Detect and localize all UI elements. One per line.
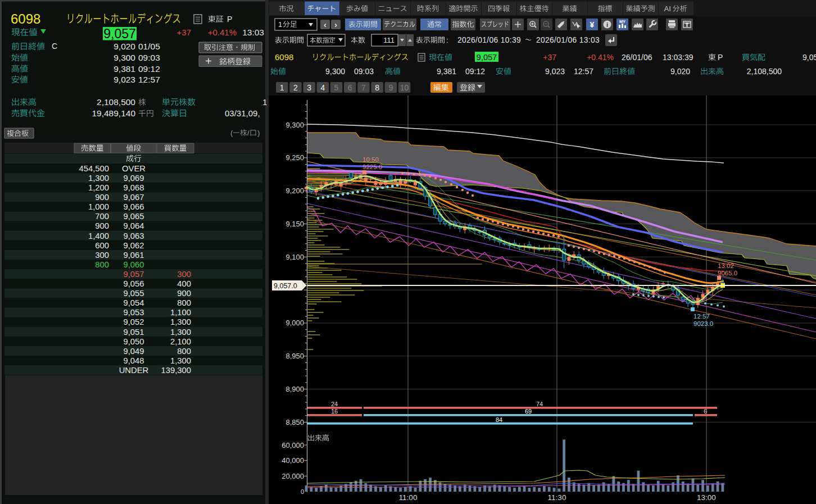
svg-text:9,052: 9,052	[123, 317, 144, 326]
svg-text:6098: 6098	[275, 52, 293, 62]
svg-text:9,060: 9,060	[123, 260, 144, 269]
svg-text:74: 74	[536, 401, 543, 407]
svg-text:(: (	[230, 129, 233, 137]
svg-text:9,300: 9,300	[114, 53, 135, 62]
svg-text:9,100: 9,100	[285, 253, 304, 261]
svg-text:11:30: 11:30	[548, 493, 566, 502]
svg-text:40,000: 40,000	[282, 456, 304, 465]
svg-text:10:50: 10:50	[362, 156, 379, 163]
svg-text:5: 5	[334, 83, 339, 92]
svg-text:9,020: 9,020	[114, 42, 135, 51]
svg-text:9,062: 9,062	[123, 241, 144, 250]
svg-text:9065.0: 9065.0	[718, 270, 737, 276]
svg-text:): )	[257, 129, 260, 137]
svg-text:1: 1	[262, 97, 267, 107]
svg-text:2,108,500: 2,108,500	[747, 67, 782, 76]
svg-text:8: 8	[375, 83, 379, 92]
svg-text:10: 10	[400, 83, 409, 92]
svg-text:9,05: 9,05	[803, 53, 816, 62]
svg-text:9,250: 9,250	[285, 153, 304, 162]
svg-text:26/01/06: 26/01/06	[622, 53, 652, 62]
svg-text:24: 24	[331, 401, 338, 407]
svg-text:1,300: 1,300	[170, 328, 191, 337]
svg-text:900: 900	[177, 289, 191, 298]
svg-text:9,051: 9,051	[123, 328, 144, 337]
svg-text:111: 111	[383, 36, 395, 44]
svg-text:9,200: 9,200	[285, 187, 304, 195]
svg-text:6098: 6098	[11, 11, 40, 26]
svg-text:01/05: 01/05	[138, 42, 160, 51]
svg-text:12:57: 12:57	[574, 67, 593, 76]
svg-text:09:12: 09:12	[465, 67, 485, 76]
svg-text:9,057: 9,057	[123, 270, 144, 279]
svg-text:C: C	[52, 42, 57, 51]
svg-text:600: 600	[95, 241, 109, 250]
svg-text:9,020: 9,020	[670, 67, 690, 76]
svg-text:9,056: 9,056	[123, 279, 144, 288]
svg-text:09:12: 09:12	[138, 64, 160, 74]
svg-text:9: 9	[388, 83, 393, 92]
svg-text::: :	[446, 36, 448, 44]
svg-text:2: 2	[293, 83, 298, 92]
svg-text:300: 300	[95, 251, 109, 260]
svg-text:9,381: 9,381	[114, 64, 135, 74]
svg-text:9,381: 9,381	[437, 67, 456, 76]
svg-text:P: P	[227, 15, 232, 24]
svg-text:9,048: 9,048	[123, 356, 144, 365]
svg-text:1: 1	[278, 20, 282, 29]
svg-text:03/31,09,: 03/31,09,	[225, 108, 260, 118]
svg-text:700: 700	[95, 212, 109, 221]
svg-text:+0.41%: +0.41%	[208, 28, 237, 37]
svg-text:9,069: 9,069	[123, 174, 144, 183]
svg-text:9,050: 9,050	[123, 337, 144, 346]
svg-text:8,900: 8,900	[285, 385, 304, 393]
svg-text:+37: +37	[177, 28, 191, 37]
svg-text:9,054: 9,054	[123, 298, 144, 307]
svg-text:60,000: 60,000	[282, 441, 304, 449]
svg-text:9,023: 9,023	[545, 67, 565, 76]
svg-text:9,049: 9,049	[123, 347, 144, 356]
svg-text:9,023: 9,023	[114, 75, 135, 84]
svg-text:16: 16	[331, 408, 338, 415]
svg-text:9,063: 9,063	[123, 231, 144, 240]
svg-text:900: 900	[95, 193, 109, 202]
svg-text:13:03:39: 13:03:39	[663, 53, 693, 62]
svg-text:¥: ¥	[590, 20, 595, 29]
svg-text:9,053: 9,053	[123, 308, 144, 317]
svg-text:‹: ‹	[324, 20, 327, 29]
svg-text:9,057: 9,057	[103, 26, 136, 41]
svg-text:P: P	[718, 53, 723, 62]
svg-text:1,400: 1,400	[88, 231, 109, 240]
svg-text:2026/01/06 13:03: 2026/01/06 13:03	[536, 36, 600, 44]
svg-text:6: 6	[704, 408, 707, 415]
svg-text:09:03: 09:03	[138, 53, 160, 62]
svg-text:9,066: 9,066	[123, 202, 144, 211]
svg-text:3: 3	[307, 83, 311, 92]
svg-text:9,300: 9,300	[325, 67, 345, 76]
svg-text:9,061: 9,061	[123, 251, 144, 260]
svg-text:8,850: 8,850	[285, 418, 304, 426]
svg-text:19,489,140: 19,489,140	[92, 108, 135, 118]
svg-text:/: /	[247, 129, 250, 137]
svg-text:800: 800	[177, 298, 191, 307]
svg-text:2,108,500: 2,108,500	[97, 97, 135, 107]
svg-text:UNDER: UNDER	[119, 366, 149, 375]
svg-text:09:03: 09:03	[354, 67, 374, 76]
svg-text:OVER: OVER	[122, 164, 146, 173]
svg-text:9,055: 9,055	[123, 289, 144, 298]
svg-text:i: i	[606, 21, 608, 28]
svg-text:4: 4	[320, 83, 325, 92]
svg-text:2026/01/06 10:39: 2026/01/06 10:39	[457, 36, 521, 44]
svg-text:0: 0	[301, 488, 304, 495]
svg-text:+37: +37	[543, 53, 556, 62]
svg-text:800: 800	[177, 347, 191, 356]
svg-text:300: 300	[177, 270, 191, 279]
svg-text:9,068: 9,068	[123, 183, 144, 192]
svg-text:9225.0: 9225.0	[362, 164, 382, 170]
svg-text:1: 1	[280, 83, 284, 92]
svg-text:69: 69	[525, 408, 532, 415]
svg-text:1,300: 1,300	[88, 174, 109, 183]
svg-text:454,500: 454,500	[79, 164, 110, 173]
svg-text:2,100: 2,100	[170, 337, 191, 346]
svg-text:9,057: 9,057	[477, 53, 497, 62]
